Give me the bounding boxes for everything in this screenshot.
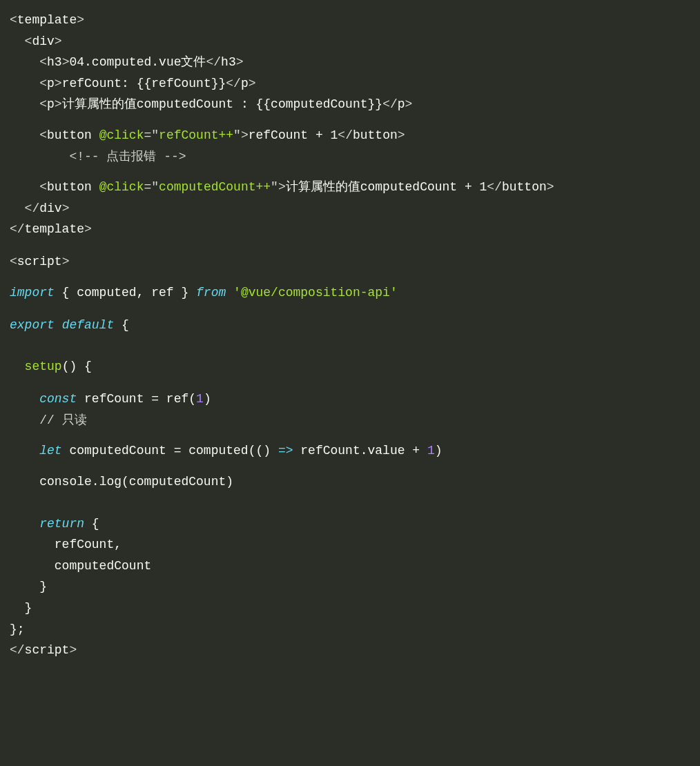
- code-token: p: [47, 97, 55, 111]
- code-token: export: [10, 318, 55, 332]
- code-token: computedCount++: [159, 180, 271, 194]
- code-line: }: [10, 576, 690, 598]
- code-token: refCount: {{refCount}}: [62, 77, 226, 90]
- code-token: {: [84, 517, 99, 531]
- code-token: <: [10, 13, 17, 27]
- code-token: =>: [278, 444, 293, 458]
- code-token: refCount + 1: [249, 128, 338, 142]
- code-token: 计算属性的值computedCount + 1: [286, 180, 487, 194]
- code-line: </template>: [10, 219, 690, 240]
- code-token: p: [47, 77, 55, 90]
- code-token: () {: [62, 360, 92, 373]
- code-token: ): [435, 444, 443, 458]
- code-token: import: [10, 286, 55, 299]
- code-line: const refCount = ref(1): [10, 389, 690, 410]
- code-token: template: [25, 222, 84, 236]
- code-line: <p>refCount: {{refCount}}</p>: [10, 73, 690, 95]
- code-token: >: [62, 202, 70, 215]
- code-line: <button @click="computedCount++">计算属性的值c…: [10, 177, 690, 198]
- code-token: >: [62, 55, 70, 69]
- code-token: script: [17, 255, 62, 268]
- code-token: ): [204, 392, 211, 406]
- code-token: </: [382, 97, 398, 111]
- code-token: console.log(computedCount): [39, 475, 233, 489]
- code-token: h3: [47, 55, 62, 69]
- code-token: ">: [233, 128, 249, 142]
- code-token: <: [10, 255, 17, 268]
- code-token: >: [236, 55, 244, 69]
- code-token: refCount.value +: [293, 444, 427, 458]
- code-token: computedCount = computed((): [62, 444, 278, 458]
- code-token: {: [114, 318, 129, 332]
- code-token: <: [39, 180, 47, 194]
- code-token: <: [39, 128, 47, 142]
- code-line: };: [10, 619, 690, 640]
- code-line: setup() {: [10, 356, 690, 377]
- code-token: =": [144, 180, 159, 194]
- code-token: >: [55, 35, 62, 48]
- code-line: computedCount: [10, 556, 690, 577]
- code-line: <!-- 点击报错 -->: [10, 146, 690, 168]
- code-token: </: [10, 222, 25, 236]
- code-line: return {: [10, 513, 690, 535]
- code-token: computedCount: [55, 559, 151, 573]
- code-token: </: [10, 643, 25, 657]
- code-token: }: [39, 580, 47, 593]
- code-token: from: [196, 286, 226, 299]
- code-line: console.log(computedCount): [10, 471, 690, 493]
- code-token: };: [10, 622, 25, 636]
- code-token: p: [398, 97, 405, 111]
- code-token: button: [353, 128, 398, 142]
- code-token: <: [39, 77, 47, 90]
- code-line: [10, 303, 690, 314]
- code-line: refCount,: [10, 534, 690, 556]
- code-token: >: [55, 97, 62, 111]
- code-token: button: [47, 180, 92, 194]
- code-token: </: [487, 180, 502, 194]
- code-token: </: [25, 202, 40, 215]
- code-token: >: [62, 255, 70, 268]
- code-token: '@vue/composition-api': [233, 286, 398, 299]
- code-token: setup: [25, 360, 62, 373]
- code-token: 1: [427, 444, 435, 458]
- code-token: let: [39, 444, 61, 458]
- code-token: >: [547, 180, 554, 194]
- code-line: <p>计算属性的值computedCount : {{computedCount…: [10, 94, 690, 115]
- code-token: <!-- 点击报错 -->: [69, 150, 186, 164]
- code-token: [92, 180, 99, 194]
- code-token: const: [39, 392, 77, 406]
- code-line: </script>: [10, 640, 690, 661]
- code-line: import { computed, ref } from '@vue/comp…: [10, 282, 690, 304]
- code-token: 1: [196, 392, 204, 406]
- code-token: >: [398, 128, 405, 142]
- code-token: </: [338, 128, 353, 142]
- code-editor[interactable]: <template> <div> <h3>04.computed.vue文件</…: [10, 10, 690, 661]
- code-token: div: [32, 35, 54, 48]
- code-token: ">: [271, 180, 286, 194]
- code-token: <: [39, 97, 47, 111]
- code-token: return: [39, 517, 84, 531]
- code-token: >: [55, 77, 62, 90]
- code-token: =": [144, 128, 159, 142]
- code-token: default: [62, 318, 115, 332]
- code-token: 04.computed.vue文件: [69, 55, 206, 69]
- code-token: @click: [99, 128, 144, 142]
- code-token: @click: [99, 180, 144, 194]
- code-token: [226, 286, 233, 299]
- code-token: div: [39, 202, 61, 215]
- code-token: >: [249, 77, 256, 90]
- code-token: template: [17, 13, 77, 27]
- code-line: [10, 492, 690, 503]
- code-line: let computedCount = computed(() => refCo…: [10, 440, 690, 462]
- code-token: refCount = ref(: [77, 392, 196, 406]
- code-token: >: [405, 97, 413, 111]
- code-line: // 只读: [10, 410, 690, 431]
- code-line: [10, 335, 690, 346]
- code-token: >: [77, 13, 84, 27]
- code-token: [55, 318, 62, 332]
- code-token: refCount,: [55, 538, 121, 551]
- code-token: { computed, ref }: [55, 286, 196, 299]
- code-token: p: [241, 77, 249, 90]
- code-line: <div>: [10, 31, 690, 52]
- code-token: button: [47, 128, 92, 142]
